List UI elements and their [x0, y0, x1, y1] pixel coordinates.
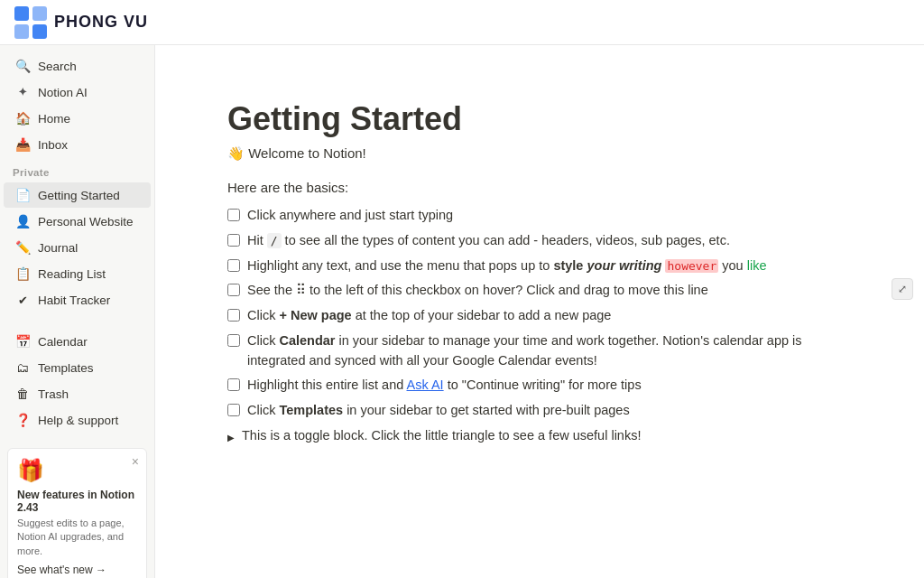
checkbox-3[interactable] [227, 259, 240, 272]
sidebar-label-home: Home [38, 112, 70, 126]
checkbox-1[interactable] [227, 209, 240, 221]
svg-rect-0 [14, 6, 29, 21]
checkbox-7[interactable] [227, 378, 240, 391]
checklist-text-4: See the ⠿ to the left of this checkbox o… [247, 281, 852, 301]
scroll-expand-button[interactable]: ⤢ [892, 278, 913, 300]
notion-ai-icon: ✦ [14, 84, 31, 100]
sidebar-label-habit-tracker: Habit Tracker [38, 294, 110, 307]
page-subtitle: 👋 Welcome to Notion! [227, 145, 852, 162]
trash-icon: 🗑 [14, 386, 31, 402]
sidebar-item-notion-ai[interactable]: ✦ Notion AI [4, 79, 151, 105]
calendar-icon: 📅 [14, 333, 31, 350]
checklist-item-7: Highlight this entire list and Ask AI to… [227, 376, 852, 396]
reading-icon: 📋 [14, 266, 31, 282]
checklist-item-8: Click Templates in your sidebar to get s… [227, 401, 852, 421]
checklist-text-5: Click + New page at the top of your side… [247, 306, 852, 326]
sidebar-item-templates[interactable]: 🗂 Templates [4, 355, 151, 380]
inbox-icon: 📥 [14, 136, 31, 153]
habit-tracker-icon: ✔ [14, 292, 31, 308]
personal-website-icon: 👤 [14, 213, 31, 229]
templates-icon: 🗂 [14, 359, 31, 376]
journal-icon: ✏️ [14, 239, 31, 256]
sidebar-item-getting-started[interactable]: 📄 Getting Started [4, 182, 151, 208]
checklist-text-1: Click anywhere and just start typing [247, 206, 852, 226]
notification-close-button[interactable]: × [132, 454, 139, 469]
logo-text: PHONG VU [54, 13, 148, 32]
checkbox-5[interactable] [227, 309, 240, 322]
checklist-item-6: Click Calendar in your sidebar to manage… [227, 331, 852, 371]
checklist: Click anywhere and just start typing Hit… [227, 206, 852, 421]
help-icon: ❓ [14, 412, 31, 428]
svg-rect-1 [32, 6, 47, 21]
topbar: PHONG VU [0, 0, 924, 45]
phong-vu-logo-icon [14, 6, 47, 39]
checklist-item-1: Click anywhere and just start typing [227, 206, 852, 226]
checklist-text-2: Hit / to see all the types of content yo… [247, 231, 852, 251]
sidebar-item-search[interactable]: 🔍 Search [4, 53, 151, 79]
sidebar-top: 🔍 Search ✦ Notion AI 🏠 Home 📥 Inbox Priv… [0, 45, 154, 441]
section-label: Here are the basics: [227, 180, 852, 195]
checklist-item-2: Hit / to see all the types of content yo… [227, 231, 852, 251]
sidebar-label-help: Help & support [38, 414, 118, 427]
checkbox-6[interactable] [227, 334, 240, 347]
notification-link[interactable]: See what's new → [17, 564, 106, 576]
svg-rect-3 [32, 24, 47, 39]
page-title: Getting Started [227, 99, 852, 138]
notification-title: New features in Notion 2.43 [17, 489, 137, 514]
toggle-item: ▶ This is a toggle block. Click the litt… [227, 426, 852, 446]
checkbox-2[interactable] [227, 234, 240, 247]
sidebar-label-templates: Templates [38, 361, 94, 375]
home-icon: 🏠 [14, 110, 31, 126]
sidebar-label-getting-started: Getting Started [38, 189, 120, 202]
checklist-text-8: Click Templates in your sidebar to get s… [247, 401, 852, 421]
sidebar-item-trash[interactable]: 🗑 Trash [4, 381, 151, 406]
sidebar-label-reading: Reading List [38, 267, 106, 281]
sidebar-label-search: Search [38, 60, 77, 73]
sidebar-label-journal: Journal [38, 241, 78, 255]
sidebar-item-inbox[interactable]: 📥 Inbox [4, 132, 151, 157]
sidebar-label-personal-website: Personal Website [38, 215, 134, 228]
checklist-text-7: Highlight this entire list and Ask AI to… [247, 376, 852, 396]
main-layout: 🔍 Search ✦ Notion AI 🏠 Home 📥 Inbox Priv… [0, 45, 924, 578]
content-area: Getting Started 👋 Welcome to Notion! Her… [155, 45, 924, 578]
checkbox-4[interactable] [227, 284, 240, 296]
checklist-text-3: Highlight any text, and use the menu tha… [247, 256, 852, 276]
checkbox-8[interactable] [227, 404, 240, 416]
notification-gift-icon: 🎁 [17, 458, 137, 483]
sidebar-label-trash: Trash [38, 387, 69, 401]
svg-rect-2 [14, 24, 29, 39]
search-icon: 🔍 [14, 58, 31, 74]
checklist-item-5: Click + New page at the top of your side… [227, 306, 852, 326]
logo-area: PHONG VU [14, 6, 148, 39]
sidebar-item-home[interactable]: 🏠 Home [4, 106, 151, 131]
sidebar-label-inbox: Inbox [38, 138, 68, 152]
toggle-arrow-icon[interactable]: ▶ [227, 431, 235, 444]
sidebar-item-help[interactable]: ❓ Help & support [4, 407, 151, 433]
checklist-item-4: See the ⠿ to the left of this checkbox o… [227, 281, 852, 301]
notification-card: × 🎁 New features in Notion 2.43 Suggest … [7, 448, 147, 578]
sidebar-item-personal-website[interactable]: 👤 Personal Website [4, 209, 151, 234]
checklist-item-3: Highlight any text, and use the menu tha… [227, 256, 852, 276]
sidebar-item-reading[interactable]: 📋 Reading List [4, 261, 151, 286]
notification-description: Suggest edits to a page, Notion AI upgra… [17, 517, 137, 558]
sidebar-item-journal[interactable]: ✏️ Journal [4, 235, 151, 260]
sidebar: 🔍 Search ✦ Notion AI 🏠 Home 📥 Inbox Priv… [0, 45, 155, 578]
sidebar-label-notion-ai: Notion AI [38, 86, 88, 99]
toggle-text: This is a toggle block. Click the little… [242, 426, 641, 446]
checklist-text-6: Click Calendar in your sidebar to manage… [247, 331, 852, 371]
sidebar-label-calendar: Calendar [38, 335, 88, 349]
sidebar-item-habit-tracker[interactable]: ✔ Habit Tracker [4, 287, 151, 312]
ask-ai-link[interactable]: Ask AI [407, 378, 444, 392]
sidebar-bottom: × 🎁 New features in Notion 2.43 Suggest … [0, 441, 154, 578]
private-section-label: Private [0, 158, 154, 182]
sidebar-item-calendar[interactable]: 📅 Calendar [4, 329, 151, 354]
getting-started-icon: 📄 [14, 187, 31, 203]
